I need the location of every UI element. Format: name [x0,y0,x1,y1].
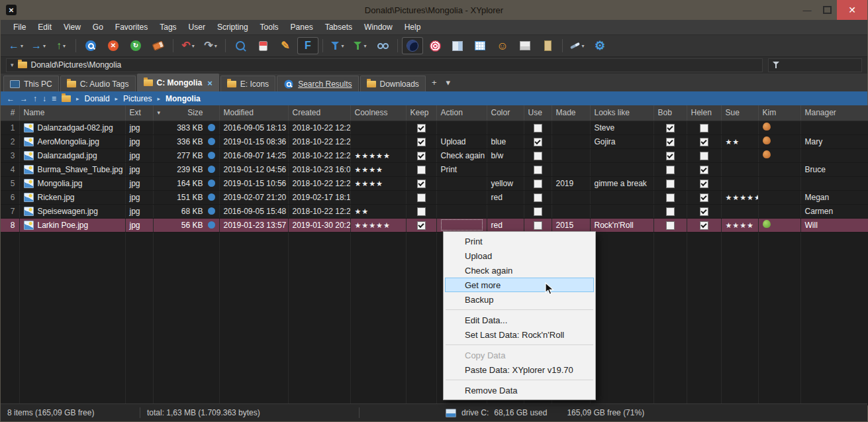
file-row-dalanzadgad-082-jpg[interactable]: 1Dalanzadgad-082.jpgjpg383 KB2016-09-05 … [1,121,868,134]
context-menu-item-paste-data-xyplorer-v19-70[interactable]: Paste Data: XYplorer v19.70 [445,362,594,377]
color-filter-jar-icon[interactable] [252,37,273,54]
bob-checkbox[interactable] [666,193,675,202]
col-header-action[interactable]: Action [436,105,487,121]
col-header-looks-like[interactable]: Looks like [590,105,653,121]
menu-item-window[interactable]: Window [358,20,399,34]
close-button[interactable]: ✕ [837,0,867,20]
new-tab-button[interactable]: + [427,78,442,87]
address-dropdown-icon[interactable]: ▾ [11,62,14,68]
use-checkbox[interactable] [534,166,542,174]
breadcrumb-segment-mongolia[interactable]: Mongolia [166,94,201,103]
col-header-name[interactable]: Name [19,105,125,121]
col-header-made[interactable]: Made [552,105,590,121]
helen-checkbox[interactable] [700,193,708,202]
settings-gear-icon[interactable]: ⚙ [589,37,610,54]
tab-e-icons[interactable]: E: Icons [220,76,275,91]
menu-item-view[interactable]: View [58,20,87,34]
dual-pane-icon[interactable] [447,37,468,54]
keep-checkbox[interactable] [417,124,426,132]
menu-item-tools[interactable]: Tools [254,20,285,34]
context-menu-item-backup[interactable]: Backup [445,292,594,307]
helen-checkbox[interactable] [700,124,708,132]
keep-checkbox[interactable] [417,152,426,160]
bob-checkbox[interactable] [666,221,675,230]
tab-c-audio-tags[interactable]: C: Audio Tags [60,76,136,91]
bob-checkbox[interactable] [666,152,675,160]
menu-item-go[interactable]: Go [87,20,109,34]
title-bar[interactable]: ✕ Donald\Pictures\Mongolia - XYplorer — … [1,0,867,20]
up-button[interactable]: ↑▾ [50,37,72,54]
col-header-item[interactable]: # [1,105,19,121]
redo-button[interactable]: ↷▾ [200,37,221,54]
menu-item-user[interactable]: User [183,20,211,34]
col-header-size[interactable]: ▾Size [153,105,219,121]
context-menu-item-remove-data[interactable]: Remove Data [445,383,594,397]
up-arrow-icon[interactable]: ↑ [33,94,37,103]
col-header-helen[interactable]: Helen [687,105,721,121]
bob-checkbox[interactable] [666,138,675,146]
dropdown-caret[interactable]: ▾ [581,43,584,49]
eraser-icon[interactable] [148,37,169,54]
helen-checkbox[interactable] [700,138,708,146]
keep-checkbox[interactable] [417,193,426,202]
smiley-icon[interactable]: ☺ [492,37,513,54]
menu-item-favorites[interactable]: Favorites [109,20,154,34]
undo-button[interactable]: ↶▾ [177,37,199,54]
col-header-modified[interactable]: Modified [219,105,288,121]
helen-checkbox[interactable] [700,180,708,188]
dropdown-caret[interactable]: ▾ [192,43,195,49]
helen-checkbox[interactable] [700,152,708,160]
col-header-sue[interactable]: Sue [721,105,758,121]
col-header-kim[interactable]: Kim [758,105,800,121]
context-menu-item-set-last-data-rock-n-roll[interactable]: Set Last Data: Rock'n'Roll [445,327,594,342]
spiral-icon[interactable] [424,37,446,54]
highlighter-icon[interactable]: ✎ [275,37,296,54]
use-checkbox[interactable] [534,124,542,132]
file-row-ricken-jpg[interactable]: 6Ricken.jpgjpg151 KB2019-02-07 21:202019… [1,190,868,204]
file-row-dalanzadgad-jpg[interactable]: 3Dalanzadgad.jpgjpg277 KB2016-09-07 14:2… [1,148,868,162]
visual-filter-blue-icon[interactable]: ▾ [327,37,348,54]
context-menu-item-upload[interactable]: Upload [445,248,594,263]
maximize-button[interactable] [817,0,837,20]
dark-mode-toggle[interactable] [402,37,423,54]
menu-item-tabsets[interactable]: Tabsets [319,20,358,34]
helen-checkbox[interactable] [700,221,708,230]
col-header-coolness[interactable]: Coolness [350,105,406,121]
bob-checkbox[interactable] [666,207,675,216]
tab-close-button[interactable]: × [207,78,213,88]
file-row-mongolia-jpg[interactable]: 5Mongolia.jpgjpg164 KB2019-01-15 10:5620… [1,176,868,190]
col-header-ext[interactable]: Ext [125,105,153,121]
minimize-button[interactable]: — [797,0,817,20]
dropdown-caret[interactable]: ▾ [363,43,366,49]
menu-item-tags[interactable]: Tags [154,20,182,34]
address-bar[interactable]: ▾ Donald\Pictures\Mongolia [6,58,763,72]
keep-checkbox[interactable] [417,166,426,174]
breadcrumb-segment-donald[interactable]: Donald [85,94,110,103]
forward-arrow-icon[interactable]: → [20,94,28,103]
context-menu-item-edit-data[interactable]: Edit Data... [445,313,594,327]
tab-search-results[interactable]: Search Results [277,76,358,91]
helen-checkbox[interactable] [700,166,708,174]
use-checkbox[interactable] [534,207,542,216]
file-row-larkin-poe-jpg[interactable]: 8Larkin Poe.jpgjpg56 KB2019-01-23 13:572… [1,218,868,232]
keep-checkbox[interactable] [417,207,426,216]
col-header-use[interactable]: Use [524,105,552,121]
horizontal-panes-icon[interactable] [514,37,536,54]
use-checkbox[interactable] [534,221,542,230]
find-files-icon[interactable] [230,37,251,54]
keep-checkbox[interactable] [417,180,426,188]
use-checkbox[interactable] [534,193,542,202]
scroll-page-icon[interactable] [537,37,558,54]
bob-checkbox[interactable] [666,180,675,188]
dropdown-caret[interactable]: ▾ [215,43,217,49]
col-header-created[interactable]: Created [288,105,350,121]
tab-this-pc[interactable]: This PC [3,76,59,91]
down-arrow-icon[interactable]: ↓ [42,94,46,103]
back-arrow-icon[interactable]: ← [7,94,15,103]
grid-view-icon[interactable] [469,37,491,54]
col-header-manager[interactable]: Manager [800,105,868,121]
menu-item-edit[interactable]: Edit [32,20,58,34]
floating-preview-toggle[interactable]: F [297,37,318,54]
use-checkbox[interactable] [534,180,542,188]
binoculars-icon[interactable] [372,37,393,54]
